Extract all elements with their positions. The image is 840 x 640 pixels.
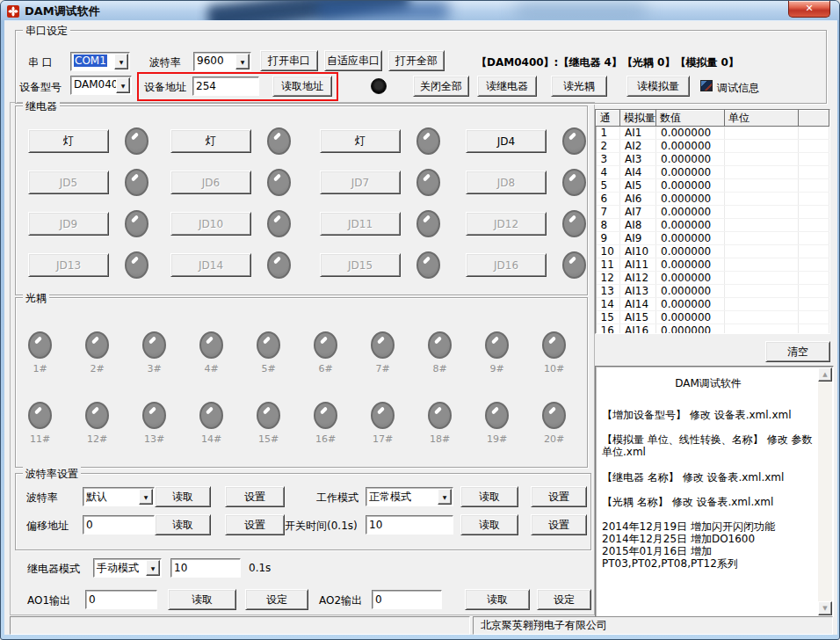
switch-time-read-button[interactable]: 读取 [460, 514, 518, 535]
table-row[interactable]: 7AI70.000000 [597, 206, 829, 219]
dropdown-arrow-icon[interactable]: ▼ [139, 489, 153, 505]
table-cell [799, 245, 829, 258]
table-row[interactable]: 11AI110.000000 [597, 258, 829, 272]
table-row[interactable]: 12AI120.000000 [597, 272, 829, 285]
dropdown-arrow-icon[interactable]: ▼ [114, 54, 128, 69]
table-header-cell[interactable]: 通 [597, 111, 620, 127]
table-cell: 0.000000 [656, 219, 725, 232]
auto-serial-button[interactable]: 自适应串口 [324, 50, 382, 71]
baud-set-button[interactable]: 设置 [225, 486, 285, 507]
read-opto-button[interactable]: 读光耦 [551, 76, 607, 97]
scroll-up-icon[interactable]: ▲ [818, 367, 832, 382]
baud-default-select[interactable]: 默认 ▼ [83, 487, 155, 506]
close-button[interactable]: ✕ [788, 1, 830, 18]
table-row[interactable]: 15AI150.000000 [597, 311, 829, 324]
baud-rate-select[interactable]: 9600 ▼ [193, 52, 251, 71]
work-mode-set-button[interactable]: 设置 [531, 486, 587, 507]
ao1-read-button[interactable]: 读取 [168, 589, 236, 610]
table-header-cell[interactable] [799, 111, 829, 127]
device-model-select[interactable]: DAM0400 ▼ [70, 76, 132, 95]
relay-mode-select[interactable]: 手动模式 ▼ [93, 558, 162, 578]
ao1-set-button[interactable]: 设定 [245, 589, 308, 610]
table-header-cell[interactable]: 模拟量 [620, 111, 656, 127]
ao2-read-button[interactable]: 读取 [465, 589, 530, 610]
table-header-cell[interactable]: 数值 [656, 111, 725, 127]
table-cell [725, 311, 799, 324]
relay-button-10: JD10 [170, 212, 251, 236]
switch-time-set-button[interactable]: 设置 [531, 514, 587, 535]
dropdown-arrow-icon[interactable]: ▼ [235, 54, 250, 69]
table-cell [799, 298, 829, 311]
open-all-button[interactable]: 打开全部 [388, 50, 445, 71]
glass-reflection [317, 1, 449, 20]
relay-button-13: JD13 [28, 253, 109, 277]
table-cell: AI4 [620, 166, 656, 179]
table-cell: 3 [597, 153, 620, 166]
opto-led-3 [142, 331, 166, 359]
table-row[interactable]: 2AI20.000000 [597, 140, 829, 153]
read-address-button[interactable]: 读取地址 [272, 76, 332, 97]
table-cell: AI10 [620, 245, 656, 258]
relay-button-3[interactable]: 灯 [320, 129, 401, 153]
table-header-cell[interactable]: 单位 [725, 111, 799, 127]
info-scrollbar[interactable]: ▲ ▼ [818, 367, 832, 615]
ao2-set-button[interactable]: 设定 [537, 589, 591, 610]
offset-read-button[interactable]: 读取 [155, 514, 211, 535]
work-mode-read-button[interactable]: 读取 [460, 486, 518, 507]
table-row[interactable]: 14AI140.000000 [597, 298, 829, 311]
opto-label-15: 15# [250, 433, 287, 445]
scroll-down-icon[interactable]: ▼ [818, 601, 832, 615]
ao2-input[interactable] [372, 590, 442, 609]
close-all-button[interactable]: 关闭全部 [413, 76, 469, 97]
relay-button-4[interactable]: JD4 [466, 129, 547, 153]
debug-info-label[interactable]: 调试信息 [717, 81, 759, 96]
table-cell: 0.000000 [656, 272, 725, 285]
info-line: 【模拟量 单位、线性转换、名称】 修改 参数单位.xml [602, 433, 815, 458]
baud-default-value: 默认 [86, 490, 107, 505]
read-relay-button[interactable]: 读继电器 [477, 76, 537, 97]
device-address-input[interactable] [192, 76, 259, 96]
opto-label-6: 6# [307, 363, 344, 375]
dropdown-arrow-icon[interactable]: ▼ [438, 489, 452, 505]
opto-label-12: 12# [78, 433, 116, 445]
work-mode-label: 工作模式 [316, 491, 358, 505]
table-row[interactable]: 10AI100.000000 [597, 245, 829, 258]
offset-address-input[interactable] [83, 515, 155, 535]
statusbar-company: 北京聚英翱翔电子有限公司 [473, 616, 833, 635]
table-row[interactable]: 5AI50.000000 [597, 179, 829, 193]
relay-button-1[interactable]: 灯 [28, 129, 109, 153]
clear-button[interactable]: 清空 [765, 341, 830, 362]
table-row[interactable]: 16AI160.000000 [597, 324, 829, 335]
table-row[interactable]: 6AI60.000000 [597, 193, 829, 206]
ao1-input[interactable] [85, 590, 157, 609]
table-row[interactable]: 13AI130.000000 [597, 285, 829, 298]
relay-led-13 [125, 251, 148, 279]
open-serial-button[interactable]: 打开串口 [260, 50, 318, 71]
dropdown-arrow-icon[interactable]: ▼ [116, 77, 130, 93]
table-row[interactable]: 4AI40.000000 [597, 166, 829, 179]
baud-read-button[interactable]: 读取 [155, 486, 211, 507]
dropdown-arrow-icon[interactable]: ▼ [146, 560, 160, 576]
serial-settings-group: 串口设定 串 口 COM1 ▼ 波特率 9600 ▼ 打开串口 自适应串口 打开… [15, 30, 827, 104]
relay-led-9 [125, 210, 148, 237]
offset-set-button[interactable]: 设置 [225, 514, 285, 535]
table-row[interactable]: 8AI80.000000 [597, 219, 829, 232]
work-mode-select[interactable]: 正常模式 ▼ [366, 487, 453, 506]
opto-label-20: 20# [535, 433, 573, 445]
read-analog-button[interactable]: 读模拟量 [626, 76, 690, 97]
opto-led-17 [371, 402, 395, 429]
relay-button-2[interactable]: 灯 [170, 129, 251, 153]
table-cell: 0.000000 [656, 193, 725, 206]
table-cell: 9 [597, 232, 620, 245]
com-port-select[interactable]: COM1 ▼ [70, 52, 130, 71]
switch-time-input[interactable] [366, 515, 453, 535]
table-cell: AI8 [620, 219, 656, 232]
table-row[interactable]: 1AI10.000000 [597, 127, 829, 140]
table-row[interactable]: 9AI90.000000 [597, 232, 829, 245]
table-cell [799, 324, 829, 335]
relay-mode-time-input[interactable] [170, 558, 241, 578]
relay-led-7 [416, 169, 440, 196]
table-row[interactable]: 3AI30.000000 [597, 153, 829, 166]
table-cell: AI3 [620, 153, 656, 166]
titlebar[interactable]: DAM调试软件 ✕ [1, 1, 839, 20]
